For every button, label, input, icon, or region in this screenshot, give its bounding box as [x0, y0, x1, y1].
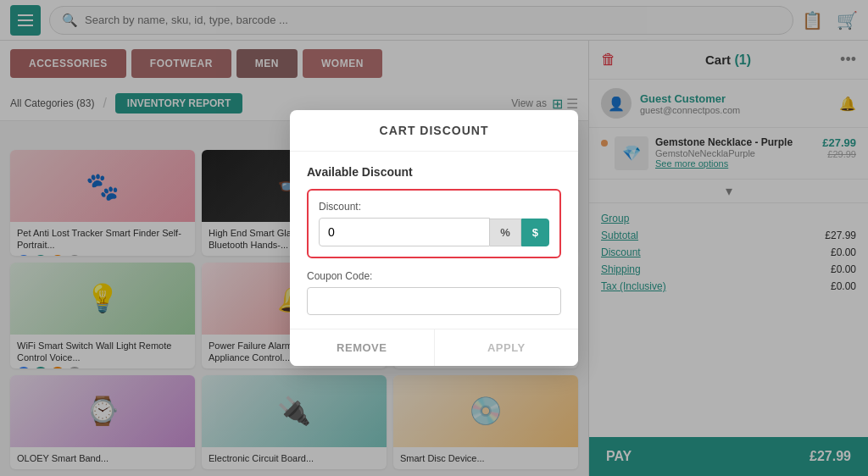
discount-input-row: % $: [319, 218, 549, 246]
discount-input[interactable]: [319, 218, 490, 246]
discount-dollar-button[interactable]: $: [521, 219, 549, 246]
modal-remove-button[interactable]: REMOVE: [290, 329, 435, 366]
modal-body: Available Discount Discount: % $ Coupon …: [290, 152, 578, 329]
coupon-field-label: Coupon Code:: [307, 270, 561, 282]
discount-field-label: Discount:: [319, 201, 549, 213]
coupon-code-input[interactable]: [307, 287, 561, 315]
discount-box: Discount: % $: [307, 189, 561, 258]
discount-percent-button[interactable]: %: [490, 219, 521, 246]
modal-apply-button[interactable]: APPLY: [435, 329, 579, 366]
modal-overlay: CART DISCOUNT Available Discount Discoun…: [0, 0, 868, 476]
cart-discount-modal: CART DISCOUNT Available Discount Discoun…: [290, 110, 578, 366]
modal-actions: REMOVE APPLY: [290, 329, 578, 366]
available-discount-title: Available Discount: [307, 165, 561, 179]
modal-title: CART DISCOUNT: [290, 110, 578, 152]
